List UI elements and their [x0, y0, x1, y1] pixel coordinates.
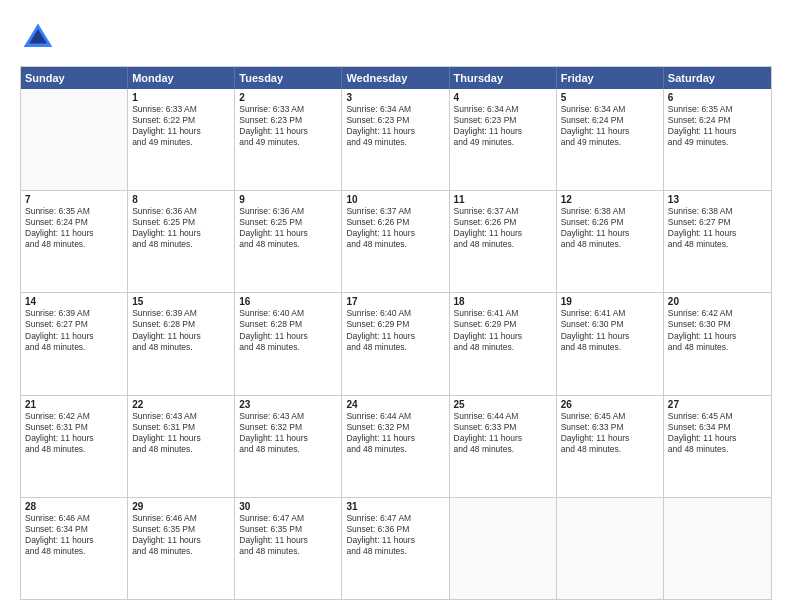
day-cell-19: 19Sunrise: 6:41 AMSunset: 6:30 PMDayligh… — [557, 293, 664, 394]
day-number: 26 — [561, 399, 659, 410]
cell-info-line: Daylight: 11 hours — [346, 228, 444, 239]
cell-info-line: and 49 minutes. — [454, 137, 552, 148]
cell-info-line: and 48 minutes. — [561, 239, 659, 250]
day-cell-12: 12Sunrise: 6:38 AMSunset: 6:26 PMDayligh… — [557, 191, 664, 292]
cell-info-line: Daylight: 11 hours — [132, 228, 230, 239]
day-cell-15: 15Sunrise: 6:39 AMSunset: 6:28 PMDayligh… — [128, 293, 235, 394]
day-number: 9 — [239, 194, 337, 205]
cell-info-line: Daylight: 11 hours — [346, 433, 444, 444]
cell-info-line: Daylight: 11 hours — [239, 126, 337, 137]
cell-info-line: Daylight: 11 hours — [132, 535, 230, 546]
cell-info-line: Sunrise: 6:39 AM — [25, 308, 123, 319]
day-cell-9: 9Sunrise: 6:36 AMSunset: 6:25 PMDaylight… — [235, 191, 342, 292]
cell-info-line: Sunrise: 6:37 AM — [454, 206, 552, 217]
cell-info-line: Sunset: 6:23 PM — [346, 115, 444, 126]
cell-info-line: Sunset: 6:23 PM — [239, 115, 337, 126]
cell-info-line: and 48 minutes. — [25, 444, 123, 455]
day-cell-8: 8Sunrise: 6:36 AMSunset: 6:25 PMDaylight… — [128, 191, 235, 292]
cell-info-line: and 48 minutes. — [132, 342, 230, 353]
day-cell-11: 11Sunrise: 6:37 AMSunset: 6:26 PMDayligh… — [450, 191, 557, 292]
day-number: 20 — [668, 296, 767, 307]
cell-info-line: Sunrise: 6:33 AM — [239, 104, 337, 115]
cell-info-line: and 48 minutes. — [454, 239, 552, 250]
day-cell-10: 10Sunrise: 6:37 AMSunset: 6:26 PMDayligh… — [342, 191, 449, 292]
cell-info-line: Sunset: 6:28 PM — [239, 319, 337, 330]
cell-info-line: and 48 minutes. — [668, 239, 767, 250]
cell-info-line: Sunrise: 6:34 AM — [561, 104, 659, 115]
cell-info-line: Sunset: 6:30 PM — [668, 319, 767, 330]
calendar-week-4: 21Sunrise: 6:42 AMSunset: 6:31 PMDayligh… — [21, 395, 771, 497]
cell-info-line: Sunrise: 6:37 AM — [346, 206, 444, 217]
day-cell-23: 23Sunrise: 6:43 AMSunset: 6:32 PMDayligh… — [235, 396, 342, 497]
day-cell-1: 1Sunrise: 6:33 AMSunset: 6:22 PMDaylight… — [128, 89, 235, 190]
header-day-friday: Friday — [557, 67, 664, 89]
cell-info-line: Daylight: 11 hours — [132, 126, 230, 137]
cell-info-line: Sunrise: 6:35 AM — [668, 104, 767, 115]
cell-info-line: Sunset: 6:26 PM — [346, 217, 444, 228]
cell-info-line: Daylight: 11 hours — [561, 433, 659, 444]
day-number: 6 — [668, 92, 767, 103]
cell-info-line: Sunrise: 6:35 AM — [25, 206, 123, 217]
day-number: 15 — [132, 296, 230, 307]
day-number: 21 — [25, 399, 123, 410]
cell-info-line: Sunset: 6:30 PM — [561, 319, 659, 330]
cell-info-line: Sunset: 6:24 PM — [561, 115, 659, 126]
cell-info-line: Sunrise: 6:40 AM — [346, 308, 444, 319]
day-number: 24 — [346, 399, 444, 410]
cell-info-line: Sunset: 6:32 PM — [346, 422, 444, 433]
day-number: 16 — [239, 296, 337, 307]
cell-info-line: Daylight: 11 hours — [561, 331, 659, 342]
cell-info-line: and 48 minutes. — [454, 342, 552, 353]
cell-info-line: Sunset: 6:33 PM — [454, 422, 552, 433]
day-cell-7: 7Sunrise: 6:35 AMSunset: 6:24 PMDaylight… — [21, 191, 128, 292]
calendar-week-3: 14Sunrise: 6:39 AMSunset: 6:27 PMDayligh… — [21, 292, 771, 394]
cell-info-line: Sunrise: 6:46 AM — [25, 513, 123, 524]
day-number: 31 — [346, 501, 444, 512]
calendar-week-5: 28Sunrise: 6:46 AMSunset: 6:34 PMDayligh… — [21, 497, 771, 599]
calendar: SundayMondayTuesdayWednesdayThursdayFrid… — [20, 66, 772, 600]
cell-info-line: Sunset: 6:34 PM — [25, 524, 123, 535]
cell-info-line: Sunset: 6:22 PM — [132, 115, 230, 126]
empty-cell — [557, 498, 664, 599]
day-cell-4: 4Sunrise: 6:34 AMSunset: 6:23 PMDaylight… — [450, 89, 557, 190]
header-day-tuesday: Tuesday — [235, 67, 342, 89]
day-number: 23 — [239, 399, 337, 410]
cell-info-line: Sunrise: 6:41 AM — [454, 308, 552, 319]
cell-info-line: Daylight: 11 hours — [25, 535, 123, 546]
day-cell-18: 18Sunrise: 6:41 AMSunset: 6:29 PMDayligh… — [450, 293, 557, 394]
cell-info-line: and 48 minutes. — [561, 342, 659, 353]
day-number: 30 — [239, 501, 337, 512]
day-cell-13: 13Sunrise: 6:38 AMSunset: 6:27 PMDayligh… — [664, 191, 771, 292]
cell-info-line: Sunset: 6:23 PM — [454, 115, 552, 126]
cell-info-line: Sunset: 6:33 PM — [561, 422, 659, 433]
cell-info-line: Sunrise: 6:43 AM — [132, 411, 230, 422]
cell-info-line: Sunset: 6:26 PM — [561, 217, 659, 228]
cell-info-line: Sunset: 6:35 PM — [132, 524, 230, 535]
day-cell-16: 16Sunrise: 6:40 AMSunset: 6:28 PMDayligh… — [235, 293, 342, 394]
day-cell-26: 26Sunrise: 6:45 AMSunset: 6:33 PMDayligh… — [557, 396, 664, 497]
day-cell-20: 20Sunrise: 6:42 AMSunset: 6:30 PMDayligh… — [664, 293, 771, 394]
cell-info-line: Daylight: 11 hours — [668, 331, 767, 342]
cell-info-line: Sunset: 6:29 PM — [346, 319, 444, 330]
day-cell-30: 30Sunrise: 6:47 AMSunset: 6:35 PMDayligh… — [235, 498, 342, 599]
day-cell-3: 3Sunrise: 6:34 AMSunset: 6:23 PMDaylight… — [342, 89, 449, 190]
calendar-week-2: 7Sunrise: 6:35 AMSunset: 6:24 PMDaylight… — [21, 190, 771, 292]
cell-info-line: Sunrise: 6:36 AM — [132, 206, 230, 217]
cell-info-line: Sunrise: 6:45 AM — [668, 411, 767, 422]
cell-info-line: Daylight: 11 hours — [561, 126, 659, 137]
cell-info-line: and 48 minutes. — [346, 342, 444, 353]
cell-info-line: Sunrise: 6:43 AM — [239, 411, 337, 422]
calendar-body: 1Sunrise: 6:33 AMSunset: 6:22 PMDaylight… — [21, 89, 771, 599]
cell-info-line: Daylight: 11 hours — [454, 126, 552, 137]
cell-info-line: and 48 minutes. — [239, 342, 337, 353]
cell-info-line: Daylight: 11 hours — [346, 126, 444, 137]
day-number: 11 — [454, 194, 552, 205]
header-day-thursday: Thursday — [450, 67, 557, 89]
cell-info-line: Sunrise: 6:33 AM — [132, 104, 230, 115]
cell-info-line: Daylight: 11 hours — [25, 433, 123, 444]
cell-info-line: and 48 minutes. — [561, 444, 659, 455]
header-day-monday: Monday — [128, 67, 235, 89]
day-cell-31: 31Sunrise: 6:47 AMSunset: 6:36 PMDayligh… — [342, 498, 449, 599]
cell-info-line: Daylight: 11 hours — [239, 228, 337, 239]
day-number: 2 — [239, 92, 337, 103]
